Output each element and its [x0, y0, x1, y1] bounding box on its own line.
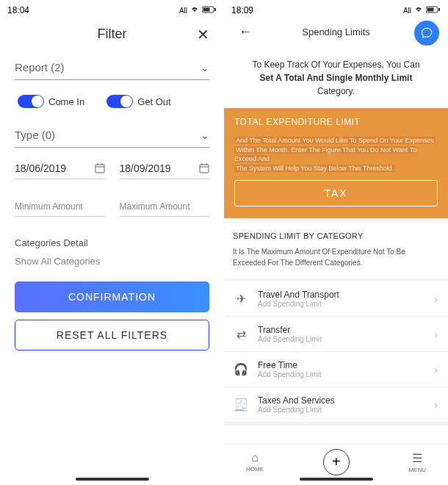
home-indicator[interactable] [76, 478, 149, 481]
come-in-label: Come In [48, 96, 84, 107]
transfer-icon: ⇄ [234, 328, 248, 341]
chevron-down-icon: ⌄ [200, 62, 209, 73]
type-label: Type (0) [15, 129, 55, 141]
status-bar: 18:04 All [0, 0, 224, 18]
filter-header: Filter ✕ [0, 18, 224, 51]
add-button[interactable]: + [323, 449, 350, 475]
date-from-field[interactable]: 18/06/2019 [15, 162, 105, 179]
min-amount-field[interactable]: Minimum Amount [15, 201, 105, 217]
chevron-down-icon: ⌄ [200, 129, 209, 141]
category-item-transfer[interactable]: ⇄ Transfer Add Spending Limit › [224, 317, 448, 352]
wifi-icon [414, 6, 423, 15]
get-out-toggle-item: Get Out [106, 95, 171, 108]
status-time: 18:09 [231, 5, 253, 15]
svg-rect-1 [203, 8, 210, 12]
nav-menu[interactable]: ☰ MENU [408, 451, 426, 473]
calendar-icon [199, 163, 209, 173]
status-time: 18:04 [7, 5, 29, 15]
come-in-toggle-item: Come In [18, 95, 84, 108]
calendar-icon [95, 163, 105, 173]
svg-rect-7 [200, 165, 209, 173]
carrier-label: All [179, 7, 187, 15]
date-row: 18/06/2019 18/09/2019 [15, 148, 209, 179]
category-list: ✈ Travel And Transport Add Spending Limi… [224, 279, 448, 425]
nav-home-label: HOME [246, 466, 264, 473]
chevron-right-icon: › [434, 293, 438, 305]
airplane-icon: ✈ [234, 292, 248, 306]
total-limit-title: TOTAL EXPENDITURE LIMIT [234, 117, 438, 127]
battery-icon [202, 6, 217, 15]
page-title: Spending Limits [302, 26, 370, 37]
max-amount-field[interactable]: Maximum Amount [120, 201, 210, 217]
wifi-icon [190, 6, 199, 15]
chevron-right-icon: › [434, 328, 438, 340]
document-icon: 🧾 [234, 398, 248, 412]
headphones-icon: 🎧 [234, 363, 248, 376]
svg-rect-2 [214, 8, 216, 11]
desc-line2: Within The Month. Enter The Figure That … [234, 146, 416, 163]
back-arrow-icon[interactable]: ← [239, 24, 252, 40]
type-dropdown[interactable]: Type (0) ⌄ [15, 118, 209, 148]
nav-home[interactable]: ⌂ HOME [246, 451, 264, 473]
status-icons: All [179, 6, 217, 15]
category-item-freetime[interactable]: 🎧 Free Time Add Spending Limit › [224, 352, 448, 387]
total-limit-box: TOTAL EXPENDITURE LIMIT And The Total Am… [224, 108, 448, 218]
categories-detail-label: Categories Detail [15, 217, 209, 256]
spending-limits-screen: 18:09 All ← Spending Limits To Keep Trac… [224, 0, 448, 485]
desc-line1: And The Total Amount You Would Like To S… [234, 137, 436, 144]
date-from-value: 18/06/2019 [15, 162, 66, 174]
category-item-taxes[interactable]: 🧾 Taxes And Services Add Spending Limit … [224, 387, 448, 423]
menu-icon: ☰ [412, 451, 422, 465]
report-dropdown[interactable]: Report (2) ⌄ [15, 51, 209, 80]
toggle-row: Come In Get Out [15, 80, 209, 118]
status-bar: 18:09 All [224, 0, 448, 18]
by-category-desc: It Is The Maximum Amount Of Expenditure … [224, 246, 448, 279]
show-all-categories-link[interactable]: Show All Categories [15, 256, 209, 281]
by-category-title: SPENDING LIMIT BY CATEGORY [224, 218, 448, 246]
filter-screen: 18:04 All Filter ✕ Report (2) ⌄ [0, 0, 224, 485]
carrier-label: All [403, 7, 411, 15]
confirmation-button[interactable]: CONFIRMATION [15, 281, 209, 312]
status-icons: All [403, 6, 441, 15]
cat-name: Transfer [258, 325, 424, 335]
get-out-label: Get Out [137, 96, 171, 107]
intro-line1: To Keep Track Of Your Expenses, You Can [239, 58, 433, 71]
home-indicator[interactable] [300, 478, 373, 481]
page-title: Filter [98, 26, 127, 42]
come-in-toggle[interactable] [18, 95, 44, 108]
total-limit-desc: And The Total Amount You Would Like To S… [234, 127, 438, 180]
category-item-travel[interactable]: ✈ Travel And Transport Add Spending Limi… [224, 281, 448, 317]
cat-sub: Add Spending Limit [258, 335, 424, 343]
reset-filters-button[interactable]: RESET ALL FILTERS [15, 320, 209, 351]
intro-line2: Set A Total And Single Monthly Limit [239, 71, 433, 85]
nav-menu-label: MENU [408, 467, 426, 473]
chat-bubble-button[interactable] [414, 21, 439, 46]
cat-sub: Add Spending Limit [258, 370, 424, 378]
cat-name: Taxes And Services [258, 395, 424, 406]
cat-sub: Add Spending Limit [258, 300, 424, 308]
amount-row: Minimum Amount Maximum Amount [15, 179, 209, 217]
svg-rect-13 [438, 8, 440, 11]
chevron-right-icon: › [434, 364, 438, 376]
tax-button[interactable]: TAX [234, 180, 438, 206]
report-label: Report (2) [15, 61, 65, 73]
intro-text: To Keep Track Of Your Expenses, You Can … [224, 46, 448, 105]
battery-icon [426, 6, 441, 15]
cat-sub: Add Spending Limit [258, 406, 424, 414]
close-icon[interactable]: ✕ [197, 26, 209, 43]
date-to-value: 18/09/2019 [120, 162, 171, 174]
chevron-right-icon: › [434, 399, 438, 411]
desc-line3: The System Will Help You Stay Below This… [234, 165, 395, 172]
cat-name: Free Time [258, 360, 424, 370]
date-to-field[interactable]: 18/09/2019 [120, 162, 210, 179]
cat-name: Travel And Transport [258, 290, 424, 300]
home-icon: ⌂ [251, 451, 259, 464]
svg-rect-12 [427, 8, 434, 12]
get-out-toggle[interactable] [106, 95, 133, 108]
svg-rect-3 [95, 165, 104, 173]
intro-line3: Category. [239, 85, 433, 98]
